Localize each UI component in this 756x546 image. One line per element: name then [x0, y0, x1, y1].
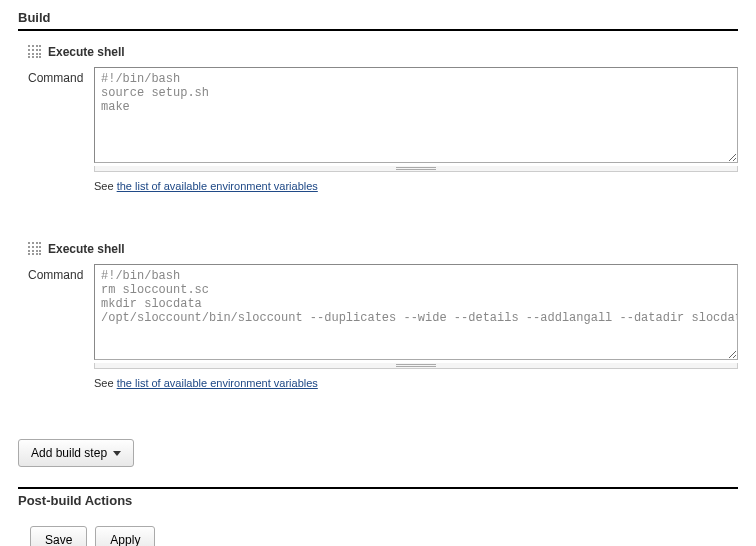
command-label: Command	[28, 67, 94, 192]
chevron-down-icon	[113, 451, 121, 456]
post-build-section-header: Post-build Actions	[18, 487, 738, 508]
command-input[interactable]	[94, 264, 738, 360]
help-text: See the list of available environment va…	[94, 377, 738, 389]
step-title: Execute shell	[48, 242, 125, 256]
action-buttons: Save Apply	[30, 526, 738, 546]
drag-handle-icon[interactable]	[28, 45, 42, 59]
help-prefix: See	[94, 377, 117, 389]
build-section-header: Build	[18, 10, 738, 31]
add-build-step-button[interactable]: Add build step	[18, 439, 134, 467]
command-label: Command	[28, 264, 94, 389]
save-button[interactable]: Save	[30, 526, 87, 546]
step-title: Execute shell	[48, 45, 125, 59]
drag-handle-icon[interactable]	[28, 242, 42, 256]
resize-handle[interactable]	[94, 363, 738, 369]
build-step: Execute shell Command See the list of av…	[18, 242, 738, 389]
help-text: See the list of available environment va…	[94, 180, 738, 192]
env-vars-link[interactable]: the list of available environment variab…	[117, 180, 318, 192]
step-header: Execute shell	[18, 242, 738, 256]
help-prefix: See	[94, 180, 117, 192]
resize-handle[interactable]	[94, 166, 738, 172]
env-vars-link[interactable]: the list of available environment variab…	[117, 377, 318, 389]
apply-button[interactable]: Apply	[95, 526, 155, 546]
add-build-step-label: Add build step	[31, 446, 107, 460]
build-step: Execute shell Command See the list of av…	[18, 45, 738, 192]
command-input[interactable]	[94, 67, 738, 163]
step-header: Execute shell	[18, 45, 738, 59]
